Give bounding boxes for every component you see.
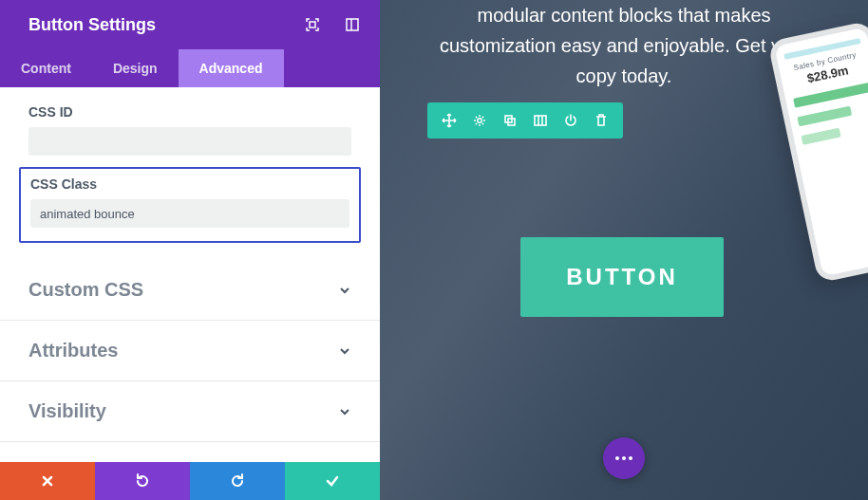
module-toolbar	[427, 102, 623, 139]
preview-canvas: modular content blocks that makes custom…	[380, 0, 868, 500]
svg-rect-1	[347, 19, 358, 30]
hero-line: customization easy and enjoyable. Get yo…	[440, 35, 808, 56]
trash-icon[interactable]	[593, 112, 610, 129]
css-id-input[interactable]	[28, 127, 351, 156]
accordion-custom-css[interactable]: Custom CSS	[0, 260, 380, 321]
panel-layout-icon[interactable]	[344, 16, 361, 33]
svg-rect-0	[310, 22, 315, 28]
redo-button[interactable]	[190, 462, 285, 500]
accordion-attributes[interactable]: Attributes	[0, 321, 380, 381]
chevron-down-icon	[338, 344, 351, 358]
gear-icon[interactable]	[471, 112, 488, 129]
dot-icon	[629, 456, 632, 460]
hero-line: modular content blocks that makes	[477, 5, 770, 26]
panel-header: Button Settings	[0, 0, 380, 49]
hero-line: copy today.	[576, 65, 672, 86]
columns-icon[interactable]	[532, 112, 549, 129]
chevron-down-icon	[338, 284, 351, 297]
panel-footer	[0, 462, 380, 500]
accordion-label: Attributes	[28, 340, 118, 361]
accordion-label: Visibility	[28, 400, 106, 422]
phone-screen: Sales by Country $28.9m	[774, 28, 868, 277]
svg-rect-8	[535, 116, 546, 125]
settings-tabs: Content Design Advanced	[0, 49, 380, 87]
settings-panel: Button Settings Content Design Advance	[0, 0, 380, 500]
cancel-button[interactable]	[0, 462, 95, 500]
tab-content[interactable]: Content	[0, 49, 92, 87]
phone-mockup: Sales by Country $28.9m	[767, 20, 868, 283]
dot-icon	[615, 456, 619, 460]
panel-body: CSS ID CSS Class Custom CSS Attributes	[0, 87, 380, 500]
chevron-down-icon	[338, 405, 351, 418]
dot-icon	[622, 456, 626, 460]
preview-button[interactable]: BUTTON	[520, 237, 724, 317]
css-class-label: CSS Class	[30, 176, 349, 192]
undo-button[interactable]	[95, 462, 190, 500]
tab-design[interactable]: Design	[92, 49, 179, 87]
accordion-visibility[interactable]: Visibility	[0, 381, 380, 442]
move-icon[interactable]	[441, 112, 458, 129]
confirm-button[interactable]	[285, 462, 380, 500]
css-class-input[interactable]	[30, 199, 349, 228]
svg-point-5	[478, 119, 481, 122]
panel-title: Button Settings	[28, 15, 156, 35]
power-icon[interactable]	[562, 112, 579, 129]
duplicate-icon[interactable]	[501, 112, 519, 129]
expand-icon[interactable]	[304, 16, 321, 33]
css-id-label: CSS ID	[28, 104, 351, 120]
css-id-field: CSS ID	[0, 97, 380, 167]
more-actions-fab[interactable]	[603, 437, 645, 479]
tab-advanced[interactable]: Advanced	[179, 49, 284, 87]
css-class-field: CSS Class	[19, 167, 361, 243]
accordion-label: Custom CSS	[28, 279, 143, 301]
